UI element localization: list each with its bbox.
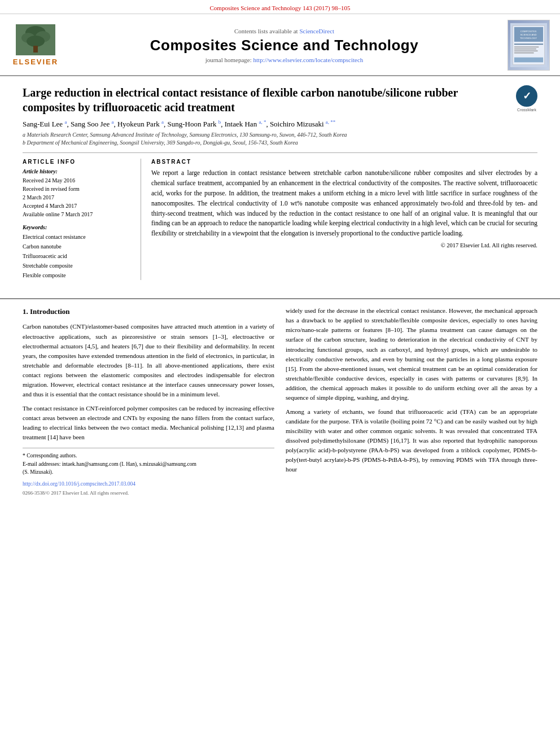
copyright: © 2017 Elsevier Ltd. All rights reserved… xyxy=(151,242,537,248)
body-columns: 1. Introduction Carbon nanotubes (CNT)/e… xyxy=(0,306,560,497)
article-history: Article history: Received 24 May 2016 Re… xyxy=(23,168,133,219)
affiliations: a Materials Research Center, Samsung Adv… xyxy=(23,131,537,147)
keywords-heading: Keywords: xyxy=(23,224,133,230)
svg-rect-17 xyxy=(514,58,543,63)
footnote-section: * Corresponding authors. E-mail addresse… xyxy=(23,448,274,477)
elsevier-brand: ELSEVIER xyxy=(13,58,58,66)
history-received: Received 24 May 2016 xyxy=(23,176,133,185)
keyword-5: Flexible composite xyxy=(23,270,133,280)
article-info-col: ARTICLE INFO Article history: Received 2… xyxy=(23,159,141,280)
journal-title: Composites Science and Technology xyxy=(67,37,502,54)
svg-text:TECHNOLOGY: TECHNOLOGY xyxy=(520,37,537,40)
footnote-emails: E-mail addresses: intaek.han@samsung.com… xyxy=(23,460,274,477)
col2-para-1: widely used for the decrease in the elec… xyxy=(286,306,537,402)
journal-homepage: journal homepage: http://www.elsevier.co… xyxy=(67,56,502,63)
journal-thumb: COMPOSITES SCIENCE AND TECHNOLOGY xyxy=(508,20,550,71)
science-direct-link: Contents lists available at ScienceDirec… xyxy=(67,28,502,34)
history-revised-label: Received in revised form xyxy=(23,185,133,193)
svg-text:SCIENCE AND: SCIENCE AND xyxy=(520,33,536,36)
section-divider xyxy=(0,298,560,299)
affiliation-1: a Materials Research Center, Samsung Adv… xyxy=(23,131,537,139)
history-revised-date: 2 March 2017 xyxy=(23,193,133,202)
svg-rect-15 xyxy=(514,51,538,51)
intro-para-2: The contact resistance in CNT-reinforced… xyxy=(23,404,274,442)
elsevier-logo: ELSEVIER xyxy=(10,24,61,66)
article-info-abstract: ARTICLE INFO Article history: Received 2… xyxy=(23,152,537,280)
svg-text:COMPOSITES: COMPOSITES xyxy=(520,30,537,33)
header-center: Contents lists available at ScienceDirec… xyxy=(61,28,508,63)
article-title-section: Large reduction in electrical contact re… xyxy=(23,85,537,115)
keyword-4: Stretchable composite xyxy=(23,261,133,270)
abstract-col: ABSTRACT We report a large reduction in … xyxy=(151,159,537,280)
page: Composites Science and Technology 143 (2… xyxy=(0,0,560,747)
history-available: Available online 7 March 2017 xyxy=(23,210,133,219)
top-bar: Composites Science and Technology 143 (2… xyxy=(0,0,560,14)
authors: Sang-Eui Lee a, Sang Soo Jee a, Hyokeun … xyxy=(23,119,537,129)
affiliation-2: b Department of Mechanical Engineering, … xyxy=(23,139,537,147)
crossmark-symbol: ✓ xyxy=(523,90,531,102)
article-main: Large reduction in electrical contact re… xyxy=(0,76,560,292)
footer-links: http://dx.doi.org/10.1016/j.compscitech.… xyxy=(23,480,274,488)
body-col-right: widely used for the decrease in the elec… xyxy=(286,306,537,497)
article-history-heading: Article history: xyxy=(23,168,133,174)
footer-info: 0266-3538/© 2017 Elsevier Ltd. All right… xyxy=(23,490,274,497)
history-accepted: Accepted 4 March 2017 xyxy=(23,202,133,210)
intro-para-1: Carbon nanotubes (CNT)/elastomer-based c… xyxy=(23,322,274,399)
science-direct-anchor[interactable]: ScienceDirect xyxy=(299,28,334,34)
svg-point-4 xyxy=(27,36,45,47)
svg-rect-14 xyxy=(514,49,536,49)
introduction-heading: 1. Introduction xyxy=(23,306,274,317)
crossmark: ✓ CrossMark xyxy=(516,85,537,112)
journal-cover-icon: COMPOSITES SCIENCE AND TECHNOLOGY xyxy=(510,20,547,71)
svg-rect-12 xyxy=(514,43,543,45)
crossmark-label: CrossMark xyxy=(517,108,536,112)
doi-link[interactable]: http://dx.doi.org/10.1016/j.compscitech.… xyxy=(23,481,135,487)
keyword-2: Carbon nanotube xyxy=(23,242,133,251)
svg-rect-16 xyxy=(514,53,534,53)
svg-rect-13 xyxy=(514,47,539,47)
abstract-text: We report a large reduction in contact r… xyxy=(151,168,537,239)
journal-citation: Composites Science and Technology 143 (2… xyxy=(210,5,351,11)
keyword-1: Electrical contact resistance xyxy=(23,232,133,242)
journal-thumb-image: COMPOSITES SCIENCE AND TECHNOLOGY xyxy=(508,20,550,71)
article-title: Large reduction in electrical contact re… xyxy=(23,85,509,115)
body-col-left: 1. Introduction Carbon nanotubes (CNT)/e… xyxy=(23,306,274,497)
keyword-3: Trifluoroacetic acid xyxy=(23,251,133,261)
footnote-label: * Corresponding authors. xyxy=(23,452,274,460)
elsevier-tree-img xyxy=(16,24,55,55)
journal-url[interactable]: http://www.elsevier.com/locate/compscite… xyxy=(253,56,364,63)
keywords-section: Keywords: Electrical contact resistance … xyxy=(23,224,133,280)
article-info-heading: ARTICLE INFO xyxy=(23,159,133,165)
svg-rect-5 xyxy=(33,46,38,53)
col2-para-2: Among a variety of etchants, we found th… xyxy=(286,407,537,474)
header-section: ELSEVIER Contents lists available at Sci… xyxy=(0,14,560,76)
elsevier-tree-icon xyxy=(16,24,55,55)
abstract-heading: ABSTRACT xyxy=(151,159,537,165)
crossmark-icon: ✓ xyxy=(516,85,537,107)
